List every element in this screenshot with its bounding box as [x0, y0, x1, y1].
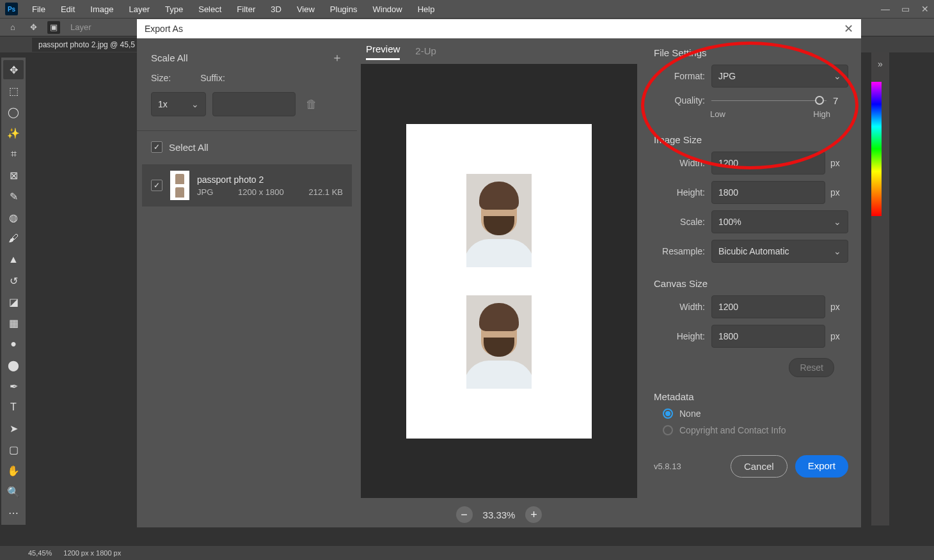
hand-tool-icon[interactable]: ✋ — [3, 461, 24, 480]
window-controls: — ▭ ✕ — [881, 4, 929, 14]
select-all-checkbox[interactable]: ✓ — [151, 141, 162, 153]
menu-type[interactable]: Type — [159, 2, 189, 17]
resample-label: Resample: — [654, 246, 705, 256]
maximize-icon[interactable]: ▭ — [901, 4, 910, 14]
quality-value[interactable]: 7 — [833, 95, 848, 106]
resample-select[interactable]: Bicubic Automatic — [711, 240, 848, 263]
menu-window[interactable]: Window — [366, 2, 408, 17]
dock-expand-icon[interactable]: » — [878, 59, 883, 69]
zoom-tool-icon[interactable]: 🔍 — [3, 482, 24, 501]
status-dims: 1200 px x 1800 px — [63, 549, 121, 557]
img-scale-label: Scale: — [654, 217, 705, 227]
metadata-copyright-label: Copyright and Contact Info — [679, 425, 786, 435]
menubar: Ps File Edit Image Layer Type Select Fil… — [0, 0, 934, 18]
menu-file[interactable]: File — [26, 2, 52, 17]
metadata-section: Metadata None Copyright and Contact Info — [641, 391, 861, 451]
asset-format: JPG — [197, 187, 213, 197]
gradient-tool-icon[interactable]: ▦ — [3, 313, 24, 332]
wand-tool-icon[interactable]: ✨ — [3, 123, 24, 143]
move-tool-icon[interactable]: ✥ — [3, 60, 24, 79]
img-width-input[interactable]: 1200 — [711, 152, 825, 175]
lasso-tool-icon[interactable]: ◯ — [3, 102, 24, 121]
menu-3d[interactable]: 3D — [264, 2, 288, 17]
metadata-copyright-radio[interactable] — [663, 425, 673, 435]
document-tab[interactable]: passport photo 2.jpg @ 45,5 — [32, 38, 141, 52]
cv-height-unit: px — [830, 331, 848, 341]
brush-tool-icon[interactable]: 🖌 — [3, 229, 24, 248]
dialog-title: Export As — [145, 24, 183, 34]
zoom-out-icon[interactable]: − — [456, 506, 473, 523]
menu-view[interactable]: View — [290, 2, 321, 17]
menu-layer[interactable]: Layer — [123, 2, 157, 17]
asset-checkbox[interactable]: ✓ — [151, 180, 162, 191]
preview-photo-1 — [466, 174, 532, 267]
healing-tool-icon[interactable]: ◍ — [3, 208, 24, 227]
layers-icon[interactable]: ▣ — [47, 21, 60, 34]
cv-height-input[interactable]: 1800 — [711, 325, 825, 348]
menu-help[interactable]: Help — [411, 2, 441, 17]
quality-slider[interactable] — [711, 94, 827, 107]
canvas-size-title: Canvas Size — [654, 278, 848, 289]
cancel-button[interactable]: Cancel — [731, 455, 788, 478]
preview-area[interactable] — [361, 64, 637, 498]
marquee-tool-icon[interactable]: ⬚ — [3, 81, 24, 100]
tab-preview[interactable]: Preview — [366, 43, 400, 60]
status-bar: 45,45% 1200 px x 1800 px — [0, 546, 934, 560]
preview-panel: Preview 2-Up − 33.33% + — [357, 38, 641, 527]
home-icon[interactable]: ⌂ — [6, 21, 19, 34]
settings-panel: File Settings Format: JPG Quality: 7 Low… — [641, 38, 861, 527]
metadata-none-radio[interactable] — [663, 408, 673, 419]
move-icon[interactable]: ✥ — [27, 21, 40, 34]
tab-2up[interactable]: 2-Up — [415, 45, 436, 60]
dialog-close-icon[interactable]: ✕ — [844, 22, 853, 36]
status-zoom: 45,45% — [28, 549, 52, 557]
img-height-input[interactable]: 1800 — [711, 181, 825, 204]
cv-width-input[interactable]: 1200 — [711, 295, 825, 318]
canvas-size-section: Canvas Size Width: 1200 px Height: 1800 … — [641, 278, 861, 391]
menu-filter[interactable]: Filter — [230, 2, 262, 17]
image-size-title: Image Size — [654, 134, 848, 145]
history-brush-tool-icon[interactable]: ↺ — [3, 271, 24, 290]
menu-edit[interactable]: Edit — [54, 2, 81, 17]
format-select[interactable]: JPG — [711, 65, 848, 88]
reset-button[interactable]: Reset — [789, 358, 834, 377]
stamp-tool-icon[interactable]: ▲ — [3, 250, 24, 269]
suffix-label: Suffix: — [200, 73, 225, 83]
crop-tool-icon[interactable]: ⌗ — [3, 144, 24, 164]
suffix-input[interactable] — [212, 92, 296, 116]
more-tool-icon[interactable]: ⋯ — [3, 503, 24, 522]
eraser-tool-icon[interactable]: ◪ — [3, 292, 24, 311]
color-hue-strip[interactable] — [871, 82, 882, 216]
file-settings-section: File Settings Format: JPG Quality: 7 Low… — [641, 47, 861, 134]
dodge-tool-icon[interactable]: ⬤ — [3, 355, 24, 375]
zoom-in-icon[interactable]: + — [525, 506, 542, 523]
size-select[interactable]: 1x — [151, 92, 206, 116]
img-height-label: Height: — [654, 187, 705, 198]
asset-row[interactable]: ✓ passport photo 2 JPG 1200 x 1800 212.1… — [142, 164, 352, 206]
menu-plugins[interactable]: Plugins — [324, 2, 364, 17]
type-tool-icon[interactable]: T — [3, 398, 24, 417]
pen-tool-icon[interactable]: ✒ — [3, 377, 24, 396]
dialog-footer: v5.8.13 Cancel Export — [641, 451, 861, 481]
image-size-section: Image Size Width: 1200 px Height: 1800 p… — [641, 134, 861, 278]
quality-high-label: High — [813, 109, 830, 119]
frame-tool-icon[interactable]: ⊠ — [3, 166, 24, 185]
img-scale-select[interactable]: 100% — [711, 210, 848, 233]
add-scale-icon[interactable]: ＋ — [331, 50, 343, 65]
close-icon[interactable]: ✕ — [921, 4, 929, 14]
path-tool-icon[interactable]: ➤ — [3, 419, 24, 438]
menu-image[interactable]: Image — [84, 2, 120, 17]
asset-thumbnail — [170, 171, 189, 200]
layer-label: Layer — [70, 22, 91, 32]
scale-assets-panel: Scale All ＋ Size: Suffix: 1x 🗑 ✓ Select … — [137, 38, 357, 527]
asset-name: passport photo 2 — [197, 175, 343, 185]
minimize-icon[interactable]: — — [881, 4, 890, 14]
rectangle-tool-icon[interactable]: ▢ — [3, 440, 24, 459]
img-width-unit: px — [830, 158, 848, 168]
export-button[interactable]: Export — [795, 455, 848, 478]
blur-tool-icon[interactable]: ● — [3, 334, 24, 354]
delete-scale-icon[interactable]: 🗑 — [306, 98, 317, 111]
select-all-label: Select All — [169, 142, 209, 153]
eyedropper-tool-icon[interactable]: ✎ — [3, 187, 24, 206]
menu-select[interactable]: Select — [192, 2, 228, 17]
